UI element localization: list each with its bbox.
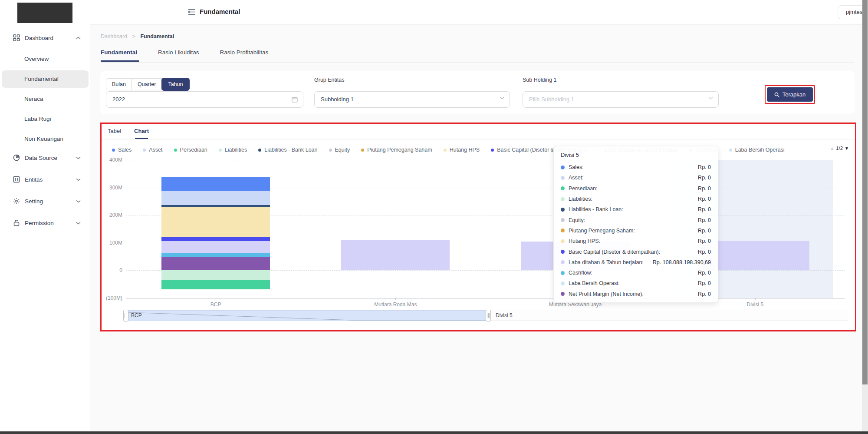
sidebar-item-non-keuangan[interactable]: Non Keuangan <box>2 130 89 148</box>
chevron-up-icon <box>76 36 81 40</box>
tooltip-row-hutang-hps: Hutang HPS:Rp. 0 <box>561 236 711 246</box>
period-segmented-control: Bulan Quarter Tahun <box>106 78 189 90</box>
period-option-tahun[interactable]: Tahun <box>161 78 190 91</box>
tooltip-rows: Sales:Rp. 0Asset:Rp. 0Persediaan:Rp. 0Li… <box>561 162 711 299</box>
app: Dashboard OverviewFundamentalNeracaLaba … <box>0 0 868 434</box>
datazoom-left-handle[interactable] <box>123 310 128 321</box>
bar-segment-net-profit-margin-net-income-bcp[interactable] <box>161 257 270 270</box>
app-logo <box>17 3 72 23</box>
page-title: Fundamental <box>200 8 240 15</box>
grup-entitas-label: Grup Entitas <box>314 77 344 83</box>
bar-segment-liabilities-bcp[interactable] <box>161 270 270 280</box>
tooltip-row-value: Rp. 0 <box>698 270 711 276</box>
sidebar-item-permission[interactable]: Permission <box>0 216 90 229</box>
sidebar-item-entitas[interactable]: Entitas <box>0 173 90 186</box>
chevron-down-icon <box>76 200 81 203</box>
tooltip-row-label: Basic Capital (Disetor & ditempatkan): <box>569 249 660 255</box>
tooltip-row-label: Net Profit Margin (Net Income): <box>569 291 644 297</box>
x-axis-label-bcp: BCP <box>168 301 263 308</box>
tooltip-row-asset: Asset:Rp. 0 <box>561 172 711 183</box>
apply-button[interactable]: Terapkan <box>767 87 813 102</box>
y-axis-tick-label: 0 <box>102 267 122 273</box>
sidebar-item-label: Dashboard <box>25 35 76 41</box>
sidebar-item-overview[interactable]: Overview <box>2 50 89 68</box>
period-option-bulan[interactable]: Bulan <box>106 78 132 90</box>
chart-tooltip: Divisi 5 Sales:Rp. 0Asset:Rp. 0Persediaa… <box>553 146 718 303</box>
tooltip-row-label: Sales: <box>569 164 584 170</box>
chevron-down-icon <box>500 96 504 99</box>
chart-card: Tabel Chart SalesAssetPersediaanLiabilit… <box>100 123 856 331</box>
year-input-value: 2022 <box>112 96 125 103</box>
tooltip-series-dot <box>561 271 565 275</box>
tooltip-row-sales: Sales:Rp. 0 <box>561 162 711 172</box>
tooltip-row-value: Rp. 0 <box>698 164 711 170</box>
sidebar-item-dashboard[interactable]: Dashboard <box>0 31 90 44</box>
scrollbar-thumb[interactable] <box>862 0 868 384</box>
breadcrumb-item[interactable]: Dashboard <box>101 33 127 40</box>
bar-segment-liabilities-bank-loan-bcp[interactable] <box>161 205 270 207</box>
calendar-icon <box>292 96 298 103</box>
tooltip-row-value: Rp. 0 <box>698 291 711 297</box>
vertical-scrollbar[interactable] <box>862 0 868 434</box>
datazoom-selected-range[interactable] <box>126 310 488 321</box>
bar-segment-persediaan-bcp[interactable] <box>161 280 270 290</box>
bar-segment-basic-capital-disetor-ditempatkan-bcp[interactable] <box>161 237 270 241</box>
tooltip-series-dot <box>561 250 565 254</box>
entity-icon <box>13 176 20 183</box>
chevron-down-icon <box>708 96 713 99</box>
tooltip-row-net-profit-margin-net-income: Net Profit Margin (Net Income):Rp. 0 <box>561 289 711 299</box>
datazoom-track[interactable] <box>488 310 848 321</box>
datazoom-slider[interactable]: BCP Divisi 5 <box>126 310 848 321</box>
y-axis-tick-label: 300M <box>102 185 122 191</box>
sidebar-item-data-source[interactable]: Data Source <box>0 151 90 164</box>
chevron-down-icon <box>76 178 81 181</box>
tab-fundamental[interactable]: Fundamental <box>101 49 137 62</box>
sidebar-item-fundamental[interactable]: Fundamental <box>2 70 89 88</box>
bar-segment-cashflow-bcp[interactable] <box>161 253 270 257</box>
tooltip-row-label: Persediaan: <box>569 186 598 192</box>
tooltip-row-laba-bersih-operasi: Laba Bersih Operasi:Rp. 0 <box>561 278 711 288</box>
x-axis-tick <box>395 298 396 300</box>
sidebar-item-label: Data Source <box>25 155 76 161</box>
dashboard-grid-icon <box>13 34 20 41</box>
sidebar-item-setting[interactable]: Setting <box>0 195 90 208</box>
bar-segment-asset-bcp[interactable] <box>161 191 270 205</box>
chart-plot-area[interactable]: 400M300M200M100M0(100M)BCPMutiara Roda M… <box>102 124 855 330</box>
bar-segment-hutang-hps-bcp[interactable] <box>161 207 270 237</box>
datazoom-mini-chart <box>126 311 488 321</box>
y-axis-tick-label: 200M <box>102 212 122 218</box>
period-option-quarter[interactable]: Quarter <box>132 78 162 90</box>
breadcrumb-item-current: Fundamental <box>140 33 174 40</box>
year-input[interactable]: 2022 <box>106 91 303 108</box>
sidebar-item-neraca[interactable]: Neraca <box>2 90 89 108</box>
tooltip-row-value: Rp. 0 <box>698 206 711 212</box>
tooltip-row-value: Rp. 0 <box>698 280 711 286</box>
menu-fold-icon[interactable] <box>188 9 195 15</box>
tooltip-row-equity: Equity:Rp. 0 <box>561 215 711 225</box>
y-axis-tick-label: 400M <box>102 157 122 163</box>
apply-button-label: Terapkan <box>783 91 806 98</box>
tooltip-row-liabilities-bank-loan: Liabilities - Bank Loan:Rp. 0 <box>561 204 711 215</box>
bar-segment-laba-ditahan-tahun-berjalan-bcp[interactable] <box>161 241 270 253</box>
sub-holding-select[interactable]: Pilih Subholding 1 <box>523 91 719 108</box>
sidebar: Dashboard OverviewFundamentalNeracaLaba … <box>0 0 90 434</box>
tooltip-row-label: Laba Bersih Operasi: <box>569 280 619 286</box>
sidebar-item-label: Permission <box>25 220 76 226</box>
tooltip-row-value: Rp. 0 <box>698 217 711 223</box>
x-axis-label-mutiara-roda-mas: Mutiara Roda Mas <box>348 301 443 308</box>
tab-rasio-profitabilitas[interactable]: Rasio Profitabilitas <box>220 49 269 62</box>
search-icon <box>774 92 779 97</box>
tab-rasio-likuiditas[interactable]: Rasio Likuiditas <box>158 49 199 62</box>
chevron-down-icon <box>76 156 81 159</box>
bar-segment-sales-bcp[interactable] <box>161 177 270 191</box>
tooltip-row-label: Laba ditahan & Tahun berjalan: <box>569 259 644 265</box>
sub-holding-label: Sub Holding 1 <box>523 77 557 83</box>
tabs-divider <box>101 62 854 63</box>
tooltip-row-label: Liabilities: <box>569 196 592 202</box>
datazoom-right-handle[interactable] <box>486 310 491 321</box>
tooltip-row-value: Rp. 0 <box>698 249 711 255</box>
tooltip-row-value: Rp. 0 <box>698 186 711 192</box>
grup-entitas-select[interactable]: Subholding 1 <box>314 91 510 108</box>
bar-segment-laba-ditahan-tahun-berjalan-mutiara-roda-mas[interactable] <box>341 240 450 270</box>
sidebar-item-laba-rugi[interactable]: Laba Rugi <box>2 110 89 128</box>
